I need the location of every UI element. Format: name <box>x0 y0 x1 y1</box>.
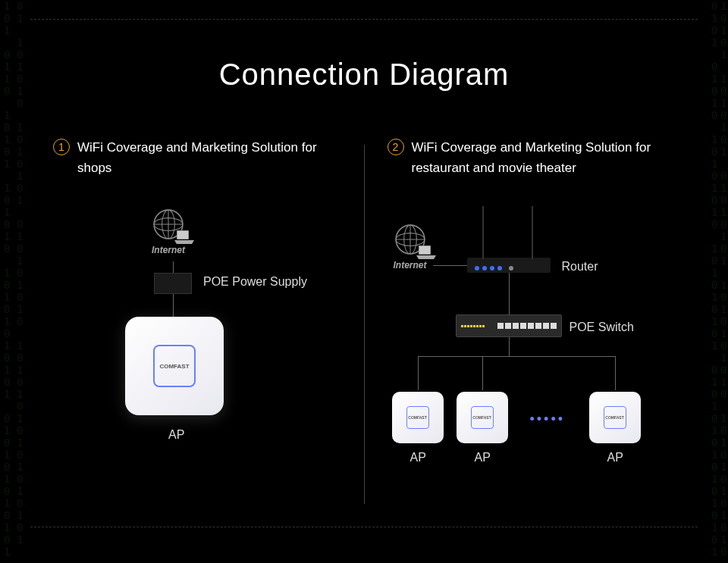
poe-power-supply-icon <box>154 273 192 294</box>
internet-block: Internet <box>152 208 185 255</box>
ap-label-1: AP <box>410 451 426 464</box>
circled-number-2: 2 <box>388 139 404 155</box>
section-title-1: WiFi Coverage and Marketing Solution for… <box>77 137 341 178</box>
section-shops: 1 WiFi Coverage and Marketing Solution f… <box>30 137 364 519</box>
poe-switch-icon <box>456 314 562 337</box>
internet-label-2: Internet <box>394 260 427 271</box>
access-point-3: COMFAST <box>589 392 641 443</box>
internet-block-2: Internet <box>394 224 427 271</box>
section-header-2: 2 WiFi Coverage and Marketing Solution f… <box>388 137 676 178</box>
access-point-1: COMFAST <box>392 392 444 443</box>
section-restaurant: 2 WiFi Coverage and Marketing Solution f… <box>365 137 698 519</box>
router-label: Router <box>562 260 598 274</box>
page-title: Connection Diagram <box>0 58 728 92</box>
access-point-large: COMFAST <box>125 317 224 415</box>
svg-rect-6 <box>177 231 188 239</box>
ap-brand: COMFAST <box>159 363 189 370</box>
section-title-2: WiFi Coverage and Marketing Solution for… <box>412 137 676 178</box>
router-icon <box>467 258 551 273</box>
bottom-divider <box>30 527 698 527</box>
access-point-2: COMFAST <box>457 392 508 443</box>
internet-label: Internet <box>152 245 185 255</box>
section-header-1: 1 WiFi Coverage and Marketing Solution f… <box>53 137 341 178</box>
svg-rect-13 <box>419 246 430 254</box>
ap-brand-2: COMFAST <box>472 415 491 420</box>
circled-number-1: 1 <box>53 139 70 155</box>
poe-switch-label: POE Switch <box>570 321 634 334</box>
ap-brand-3: COMFAST <box>605 415 623 420</box>
ap-label: AP <box>168 428 184 442</box>
ap-brand-1: COMFAST <box>408 415 426 420</box>
top-divider <box>30 19 698 20</box>
poe-supply-label: POE Power Supply <box>203 275 307 289</box>
ap-label-3: AP <box>607 451 623 464</box>
ap-label-2: AP <box>475 451 491 464</box>
ellipsis-dots: ••••• <box>530 411 566 427</box>
